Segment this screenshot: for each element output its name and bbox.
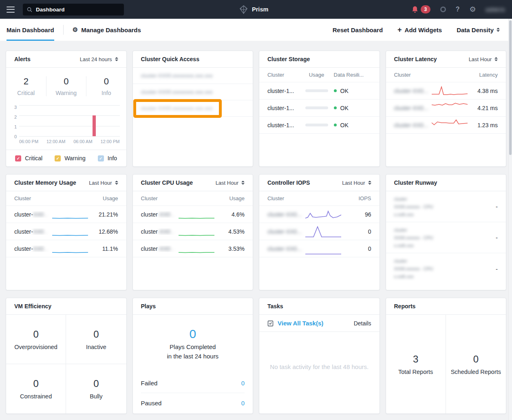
widget-reports: Reports 3 Total Reports 0 Scheduled Repo… [386,298,507,414]
table-row[interactable]: cluster XX00.xxxxxx - CPU x.xxth.xxx - [386,222,506,253]
table-row[interactable]: cluster XX00.xxxxxx - CPU x.xxth.xxx - [386,253,506,284]
plays-paused-row[interactable]: Paused 0 [133,393,253,413]
quick-access-link[interactable]: cluster-XX00.xxxxxxxx.xxx.xxx [133,84,253,100]
tasks-empty-message: No task activity for the last 48 hours. [259,332,380,413]
alerts-range-dropdown[interactable]: Last 24 hours [80,56,118,62]
widget-title: Cluster Runway [394,179,437,186]
task-list-icon [267,320,274,327]
chart-plot-area [19,105,120,136]
vm-overprovisioned-cell[interactable]: 0 Overprovisioned [6,315,66,364]
legend-warning-checkbox[interactable]: Warning [55,155,86,161]
critical-alerts-bar[interactable] [93,115,96,136]
help-icon[interactable] [456,6,460,13]
widget-title: Plays [141,303,156,309]
total-reports-cell[interactable]: 3 Total Reports [386,315,446,413]
cpu-sparkline [178,215,215,221]
scheduled-reports-cell[interactable]: 0 Scheduled Reports [446,315,506,413]
brand: Prism [239,5,268,14]
memory-sparkline [51,232,89,238]
iops-range-dropdown[interactable]: Last Hour [342,180,371,186]
blurred-cluster-name: -XX0 . [158,211,174,218]
data-density-button[interactable]: Data Density [457,27,500,33]
scrollbar-thumb[interactable] [509,20,512,155]
stat-warning[interactable]: 0 Warning [46,76,86,96]
widget-cluster-runway: Cluster Runway cluster XX00.xxxxxx - CPU… [386,174,507,290]
table-row[interactable]: cluster-XX0... 0 [259,240,380,257]
prism-logo-icon [239,5,248,14]
table-row[interactable]: cluster-XX0... 0 [259,223,380,240]
table-row[interactable]: cluster-1... OK [259,99,380,117]
manage-dashboards-button[interactable]: Manage Dashboards [73,26,141,33]
vm-constrained-cell[interactable]: 0 Constrained [6,364,66,413]
table-row[interactable]: cluster-XX0 . 11.1% [6,240,126,257]
quick-access-link[interactable]: cluster-XX00.xxxxxxxx.xxx.xxx [133,68,253,84]
widget-cluster-memory-usage: Cluster Memory Usage Last Hour Cluster U… [6,174,127,290]
plays-failed-row[interactable]: Failed 0 [133,373,253,393]
checkbox-checked-icon[interactable] [98,155,104,161]
checkbox-checked-icon[interactable] [15,155,21,161]
chevron-updown-icon [115,181,118,185]
gear-icon [73,26,78,33]
blurred-cluster-name: -XX0 . [158,228,174,235]
notifications-button[interactable]: 3 [411,5,430,13]
add-widgets-button[interactable]: Add Widgets [397,27,442,33]
view-all-tasks-link[interactable]: View All Task(s) [267,320,323,327]
vm-bully-cell[interactable]: 0 Bully [66,364,126,413]
table-row[interactable]: cluster-XX0... 96 [259,206,380,223]
table-row[interactable]: cluster XX00.xxxxxx - CPU x.xxth.xxx - [386,191,506,222]
table-row[interactable]: cluster-XX0 . 4.53% [133,223,253,240]
table-row[interactable]: cluster-XX0 . 4.6% [133,206,253,223]
iops-sparkline [305,247,342,261]
latency-range-dropdown[interactable]: Last Hour [469,56,498,62]
widget-title: Cluster CPU Usage [141,179,193,186]
table-row[interactable]: cluster-1... OK [259,82,380,99]
plays-completed-summary: 0 Plays Completed in the last 24 hours [133,328,253,361]
chart-x-axis: 06:00 PM 12:00 AM 06:00 AM 12:00 PM [19,139,120,144]
stat-critical[interactable]: 2 Critical [6,76,46,96]
blurred-cluster-block: cluster XX00.xxxxxx - CPU x.xxth.xxx [394,228,433,248]
legend-critical-checkbox[interactable]: Critical [15,155,42,161]
user-menu[interactable]: admin [486,7,505,13]
table-row[interactable]: cluster-XX0... 4.21 ms [386,99,506,117]
settings-gear-icon[interactable] [470,5,476,14]
table-row[interactable]: cluster-XX0... 1.23 ms [386,117,506,134]
table-header: Cluster Usage [6,191,126,206]
quick-access-link-highlighted[interactable]: cluster-XX00.xxxxxxxx.xxx.xxx [133,100,253,117]
table-row[interactable]: cluster-XX0 . 21.21% [6,206,126,223]
alerts-legend: Critical Warning Info [6,150,126,166]
widget-controller-iops: Controller IOPS Last Hour Cluster IOPS c… [259,174,380,290]
search-input[interactable]: Dashboard [23,4,124,15]
menu-icon[interactable] [7,7,15,13]
search-value: Dashboard [36,7,65,13]
widget-title: VM Efficiency [14,303,51,309]
usage-bar [305,124,328,126]
tab-main-dashboard[interactable]: Main Dashboard [7,19,54,41]
legend-info-checkbox[interactable]: Info [98,155,117,161]
blurred-cluster-name: cluster-XX0... [267,211,305,218]
table-row[interactable]: cluster-XX0... 4.38 ms [386,82,506,99]
latency-sparkline [431,84,468,97]
blurred-cluster-name: XX0 . [33,228,47,235]
widget-title: Tasks [267,303,283,309]
vm-inactive-cell[interactable]: 0 Inactive [66,315,126,364]
checkbox-checked-icon[interactable] [55,155,61,161]
chevron-updown-icon [115,57,118,61]
page-scrollbar[interactable] [508,19,512,420]
reset-dashboard-button[interactable]: Reset Dashboard [333,27,383,33]
widget-cluster-storage: Cluster Storage Cluster Usage Data Resil… [259,51,380,167]
cpu-range-dropdown[interactable]: Last Hour [216,180,245,186]
tasks-details-link[interactable]: Details [354,320,371,327]
status-ring-icon[interactable] [440,7,446,12]
usage-bar [305,89,328,92]
widget-title: Cluster Memory Usage [14,179,76,186]
widget-cluster-cpu-usage: Cluster CPU Usage Last Hour Cluster Usag… [132,174,254,290]
table-row[interactable]: cluster-1... OK [259,117,380,134]
sort-icon [497,28,500,32]
widget-cluster-latency: Cluster Latency Last Hour Cluster Latenc… [386,51,507,167]
cpu-sparkline [178,232,215,238]
table-row[interactable]: cluster-XX0 . 12.68% [6,223,126,240]
table-row[interactable]: cluster-XX0 . 3.53% [133,240,253,257]
stat-info[interactable]: 0 Info [86,76,126,96]
memory-range-dropdown[interactable]: Last Hour [89,180,118,186]
blurred-cluster-name: cluster-XX00.xxxxxxxx.xxx.xxx [141,89,213,95]
